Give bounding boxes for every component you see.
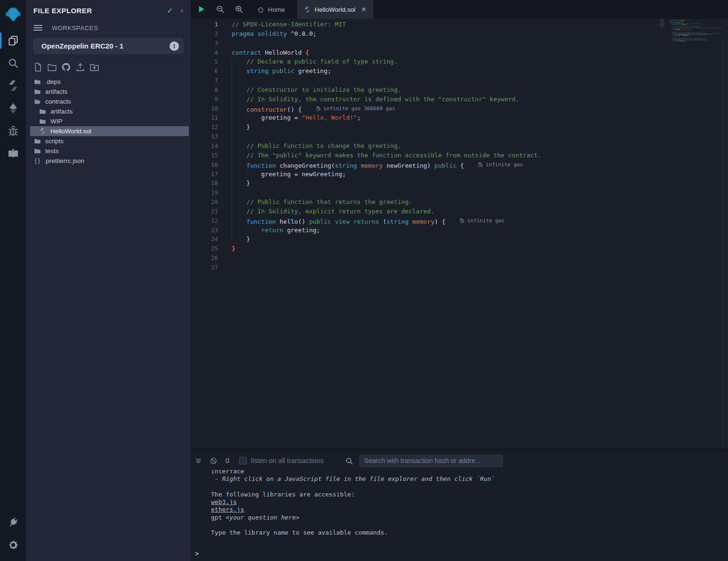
settings-button[interactable] — [0, 534, 26, 556]
search-icon — [8, 57, 19, 69]
file-explorer-icon — [8, 35, 19, 46]
listen-transactions-checkbox[interactable] — [239, 457, 247, 464]
upload-file-icon[interactable] — [75, 62, 85, 72]
code-line: 12 } — [191, 122, 722, 132]
workspaces-menu-icon[interactable] — [33, 24, 42, 32]
terminal-search-icon — [345, 457, 353, 465]
terminal-line — [211, 483, 723, 491]
tree-item-contracts[interactable]: contracts — [30, 97, 189, 106]
folder-icon — [39, 108, 46, 115]
github-icon[interactable] — [61, 62, 71, 72]
new-folder-icon[interactable] — [47, 62, 57, 72]
line-number: 2 — [191, 29, 218, 39]
tree-item--prettierrc-json[interactable]: {}.prettierrc.json — [30, 156, 189, 166]
tree-item-wip[interactable]: WIP — [30, 116, 189, 126]
code-line: 13 — [191, 132, 722, 141]
tree-item-label: .prettierrc.json — [44, 157, 84, 164]
solidity-compiler-button[interactable] — [0, 74, 26, 97]
transaction-count-badge: 0 — [226, 457, 229, 464]
import-folder-icon[interactable] — [89, 62, 99, 72]
code-line: 9 // In Solidity, the constructor is def… — [191, 95, 722, 104]
active-plugin-indicator — [0, 33, 1, 49]
tree-item-artifacts[interactable]: artifacts — [30, 106, 189, 116]
workspace-select[interactable]: OpenZeppelin ERC20 - 1 ▲▼ — [33, 38, 184, 54]
terminal-search-input[interactable] — [359, 455, 503, 467]
terminal-line: Type the library name to see available c… — [211, 529, 723, 537]
chevron-right-icon[interactable]: › — [181, 6, 183, 15]
code-line: 24 } — [191, 235, 722, 244]
learneth-button[interactable] — [0, 142, 26, 165]
tree-item-helloworld-sol[interactable]: HelloWorld.sol — [30, 126, 189, 136]
code-line: 15 // The "public" keyword makes the fun… — [191, 151, 722, 160]
accept-check-icon[interactable]: ✓ — [167, 6, 173, 15]
tab-helloworld-sol[interactable]: HelloWorld.sol✕ — [297, 0, 373, 19]
tree-item--deps[interactable]: .deps — [30, 77, 189, 87]
line-number: 19 — [191, 188, 218, 197]
debugger-icon — [8, 125, 19, 137]
code-line: 14 // Public function to change the gree… — [191, 141, 722, 151]
terminal-line: The following libraries are accessible: — [211, 491, 723, 498]
deploy-run-button[interactable] — [0, 97, 26, 120]
editor-area: HomeHelloWorld.sol✕ 1// SPDX-License-Ide… — [191, 0, 728, 448]
code-line: 22 function hello() public view returns … — [191, 216, 722, 226]
plugin-manager-button[interactable] — [0, 511, 26, 534]
zoom-out-button[interactable] — [216, 5, 225, 14]
tree-item-scripts[interactable]: scripts — [30, 136, 189, 146]
code-line: 6 string public greeting; — [191, 66, 722, 76]
deploy-run-icon — [8, 103, 19, 114]
line-number: 22 — [191, 216, 218, 226]
terminal-line: - Right click on a JavaScript file in th… — [211, 475, 723, 483]
tree-item-label: artifacts — [50, 108, 73, 115]
clear-console-icon[interactable] — [210, 457, 218, 465]
tree-item-label: scripts — [45, 138, 64, 145]
code-editor[interactable]: 1// SPDX-License-Identifier: MIT2pragma … — [191, 19, 722, 448]
file-explorer-button[interactable] — [0, 29, 26, 52]
line-number: 17 — [191, 170, 218, 179]
library-link[interactable]: ethers.js — [211, 506, 244, 513]
line-number: 12 — [191, 122, 218, 132]
gas-estimate-annotation: infinite gas 368600 gas — [316, 104, 395, 114]
library-link[interactable]: web3.js — [211, 498, 237, 505]
settings-icon — [8, 539, 19, 551]
indent-guide — [232, 57, 232, 244]
plugin-manager-icon — [8, 517, 19, 528]
json-braces-icon: {} — [34, 158, 40, 164]
minimap[interactable]: // SPDX-License-Identifier: MIT pragma s… — [669, 20, 722, 446]
code-line: 16 function changeGreeting(string memory… — [191, 160, 722, 170]
line-number: 5 — [191, 57, 218, 66]
workspace-selected-name: OpenZeppelin ERC20 - 1 — [41, 42, 170, 50]
code-line: 3 — [191, 39, 722, 48]
line-number: 13 — [191, 132, 218, 141]
editor-scrollbar-track[interactable] — [722, 19, 728, 448]
code-line: 25} — [191, 244, 722, 253]
run-script-button[interactable] — [197, 5, 206, 14]
file-explorer-header: FILE EXPLORER ✓ › — [26, 0, 191, 21]
tree-item-tests[interactable]: tests — [30, 146, 189, 156]
line-number: 4 — [191, 48, 218, 57]
gas-estimate-annotation: infinite gas — [460, 216, 504, 226]
collapse-terminal-icon[interactable] — [194, 457, 202, 465]
terminal-line: interface — [211, 470, 723, 475]
tree-item-artifacts[interactable]: artifacts — [30, 87, 189, 97]
search-button[interactable] — [0, 52, 26, 74]
terminal-line: web3.js — [211, 498, 723, 506]
code-line: 8 // Constructor to initialize the greet… — [191, 85, 722, 95]
debugger-button[interactable] — [0, 120, 26, 142]
editor-scrollbar-thumb[interactable] — [660, 18, 664, 28]
line-number: 14 — [191, 141, 218, 151]
terminal-panel: 0 listen on all transactions interface- … — [191, 448, 728, 561]
terminal-prompt[interactable]: > — [195, 550, 199, 557]
terminal-line: ethers.js — [211, 506, 723, 513]
activity-bar — [0, 0, 26, 561]
listen-transactions-label: listen on all transactions — [251, 457, 324, 464]
gas-estimate-annotation: infinite gas — [478, 160, 523, 170]
close-tab-icon[interactable]: ✕ — [361, 6, 367, 13]
code-line: 10 constructor() {infinite gas 368600 ga… — [191, 104, 722, 114]
file-tree: .depsartifactscontractsartifactsWIPHello… — [26, 77, 191, 166]
line-number: 20 — [191, 197, 218, 207]
new-file-icon[interactable] — [33, 62, 43, 72]
tab-home[interactable]: Home — [251, 0, 291, 19]
line-number: 3 — [191, 39, 218, 48]
indent-guide — [246, 114, 247, 123]
zoom-in-button[interactable] — [235, 5, 244, 14]
